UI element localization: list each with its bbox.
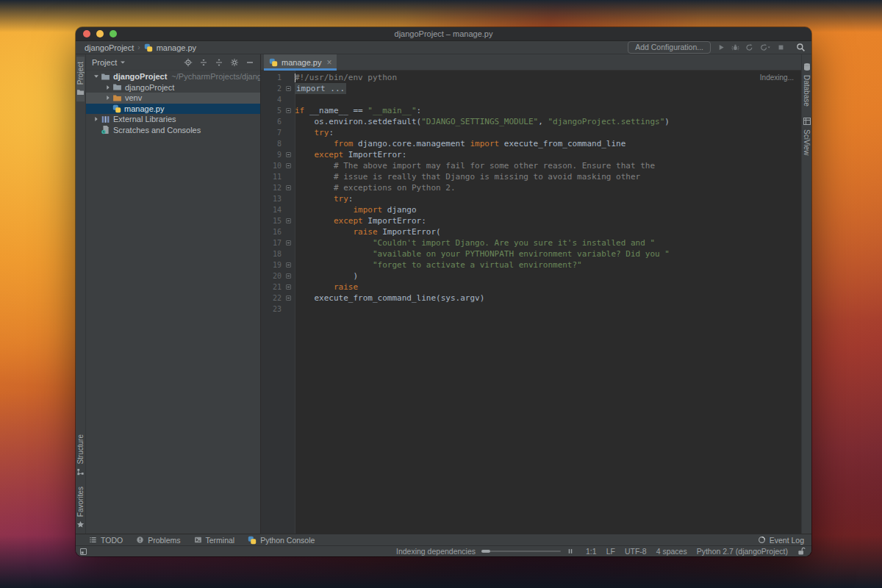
settings-icon[interactable] bbox=[230, 58, 239, 67]
run-icon[interactable] bbox=[717, 43, 725, 51]
tool-stripe-favorites[interactable]: Favorites bbox=[76, 481, 85, 534]
locate-file-icon[interactable] bbox=[184, 58, 193, 67]
unlocked-icon[interactable] bbox=[797, 547, 806, 556]
line-number[interactable]: 11 bbox=[261, 173, 282, 181]
fold-marker-icon[interactable] bbox=[282, 86, 295, 91]
code-line-19[interactable]: 19 "forget to activate a virtual environ… bbox=[261, 259, 801, 270]
fold-marker-icon[interactable] bbox=[282, 262, 295, 268]
code-line-22[interactable]: 22 execute_from_command_line(sys.argv) bbox=[261, 293, 801, 304]
code-line-20[interactable]: 20 ) bbox=[261, 270, 801, 282]
line-number[interactable]: 6 bbox=[261, 118, 282, 126]
code-line-6[interactable]: 6 os.environ.setdefault("DJANGO_SETTINGS… bbox=[261, 116, 801, 127]
line-number[interactable]: 2 bbox=[261, 85, 282, 93]
line-number[interactable]: 16 bbox=[261, 228, 282, 236]
code-line-7[interactable]: 7 try: bbox=[261, 127, 801, 138]
coverage-icon[interactable] bbox=[745, 43, 753, 51]
code-line-11[interactable]: 11 # issue is really that Django is miss… bbox=[261, 171, 801, 182]
fold-marker-icon[interactable] bbox=[282, 273, 295, 279]
fold-marker-icon[interactable] bbox=[282, 295, 295, 301]
toolwindow-button-python-console[interactable]: Python Console bbox=[248, 536, 315, 545]
rerun-dropdown-icon[interactable] bbox=[759, 43, 771, 51]
code-line-17[interactable]: 17 "Couldn't import Django. Are you sure… bbox=[261, 237, 801, 248]
tree-item-manage-py[interactable]: manage.py bbox=[86, 104, 260, 115]
status-item-4-spaces[interactable]: 4 spaces bbox=[656, 547, 687, 556]
toolwindow-button-problems[interactable]: Problems bbox=[136, 536, 180, 545]
code-line-8[interactable]: 8 from django.core.management import exe… bbox=[261, 138, 801, 149]
status-item-lf[interactable]: LF bbox=[606, 547, 615, 556]
line-number[interactable]: 7 bbox=[261, 129, 282, 137]
expand-settings-icon[interactable] bbox=[215, 58, 223, 67]
code-line-12[interactable]: 12 # exceptions on Python 2. bbox=[261, 182, 801, 193]
tool-window-switcher-icon[interactable] bbox=[79, 548, 87, 556]
fold-marker-icon[interactable] bbox=[282, 218, 295, 223]
code-line-4[interactable]: 4 bbox=[261, 94, 801, 105]
line-number[interactable]: 22 bbox=[261, 294, 282, 302]
fold-marker-icon[interactable] bbox=[282, 108, 295, 113]
code-editor[interactable]: Indexing... 1#!/usr/bin/env python2impor… bbox=[261, 71, 801, 534]
line-number[interactable]: 19 bbox=[261, 261, 282, 269]
tree-item-djangoproject[interactable]: djangoProject~/PycharmProjects/djangoPro… bbox=[86, 71, 260, 82]
toolwindow-button-terminal[interactable]: Terminal bbox=[194, 536, 235, 545]
search-everywhere-icon[interactable] bbox=[796, 43, 806, 52]
add-configuration-button[interactable]: Add Configuration... bbox=[628, 41, 711, 54]
tree-item-external-libraries[interactable]: External Libraries bbox=[86, 114, 260, 125]
line-number[interactable]: 21 bbox=[261, 283, 282, 291]
code-line-1[interactable]: 1#!/usr/bin/env python bbox=[261, 72, 801, 83]
code-line-15[interactable]: 15 except ImportError: bbox=[261, 215, 801, 226]
minimize-window-button[interactable] bbox=[96, 30, 104, 37]
close-window-button[interactable] bbox=[83, 30, 90, 37]
pause-indexing-icon[interactable] bbox=[567, 548, 574, 555]
line-number[interactable]: 17 bbox=[261, 239, 282, 247]
fold-marker-icon[interactable] bbox=[282, 152, 295, 157]
toolwindow-button-todo[interactable]: TODO bbox=[89, 536, 123, 545]
line-number[interactable]: 5 bbox=[261, 107, 282, 115]
close-tab-icon[interactable]: × bbox=[326, 57, 331, 68]
code-line-9[interactable]: 9 except ImportError: bbox=[261, 149, 801, 160]
debug-icon[interactable] bbox=[731, 43, 739, 51]
tree-item-venv[interactable]: venv bbox=[86, 93, 260, 104]
chevron-down-icon[interactable] bbox=[92, 73, 101, 80]
code-line-5[interactable]: 5if __name__ == "__main__": bbox=[261, 105, 801, 116]
collapse-all-icon[interactable] bbox=[199, 58, 208, 67]
chevron-right-icon[interactable] bbox=[104, 94, 112, 101]
chevron-right-icon[interactable] bbox=[92, 115, 101, 123]
chevron-right-icon[interactable] bbox=[104, 84, 112, 91]
line-number[interactable]: 9 bbox=[261, 151, 282, 159]
line-number[interactable]: 10 bbox=[261, 162, 282, 170]
code-line-18[interactable]: 18 "available on your PYTHONPATH environ… bbox=[261, 248, 801, 259]
stop-icon[interactable] bbox=[777, 43, 785, 51]
fold-marker-icon[interactable] bbox=[282, 284, 295, 290]
window-titlebar[interactable]: djangoProject – manage.py bbox=[76, 27, 811, 41]
line-number[interactable]: 20 bbox=[261, 272, 282, 280]
line-number[interactable]: 18 bbox=[261, 250, 282, 258]
code-line-21[interactable]: 21 raise bbox=[261, 282, 801, 293]
breadcrumb-project[interactable]: djangoProject bbox=[85, 43, 134, 52]
code-line-16[interactable]: 16 raise ImportError( bbox=[261, 226, 801, 237]
fold-marker-icon[interactable] bbox=[282, 163, 295, 168]
line-number[interactable]: 14 bbox=[261, 206, 282, 214]
tab-manage-py[interactable]: manage.py × bbox=[264, 54, 337, 70]
tool-stripe-project[interactable]: Project bbox=[76, 57, 85, 101]
zoom-window-button[interactable] bbox=[110, 30, 117, 37]
line-number[interactable]: 15 bbox=[261, 217, 282, 225]
hide-panel-icon[interactable] bbox=[245, 58, 254, 67]
line-number[interactable]: 13 bbox=[261, 195, 282, 203]
event-log-button[interactable]: Event Log bbox=[758, 536, 804, 545]
status-item-utf-8[interactable]: UTF-8 bbox=[625, 547, 647, 556]
code-line-10[interactable]: 10 # The above import may fail for some … bbox=[261, 160, 801, 171]
line-number[interactable]: 1 bbox=[261, 74, 282, 82]
code-line-2[interactable]: 2import ... bbox=[261, 83, 801, 94]
fold-marker-icon[interactable] bbox=[282, 240, 295, 245]
tool-stripe-database[interactable]: Database bbox=[803, 57, 811, 112]
status-item-1-1[interactable]: 1:1 bbox=[586, 547, 597, 556]
tree-item-scratches-and-consoles[interactable]: Scratches and Consoles bbox=[86, 125, 260, 136]
project-panel-title[interactable]: Project bbox=[92, 58, 126, 67]
line-number[interactable]: 8 bbox=[261, 140, 282, 148]
code-line-13[interactable]: 13 try: bbox=[261, 193, 801, 204]
tree-item-djangoproject[interactable]: djangoProject bbox=[86, 82, 260, 93]
line-number[interactable]: 12 bbox=[261, 184, 282, 192]
breadcrumb-file[interactable]: manage.py bbox=[157, 43, 196, 52]
tool-stripe-sciview[interactable]: SciView bbox=[803, 112, 811, 160]
line-number[interactable]: 4 bbox=[261, 96, 282, 104]
fold-marker-icon[interactable] bbox=[282, 185, 295, 190]
